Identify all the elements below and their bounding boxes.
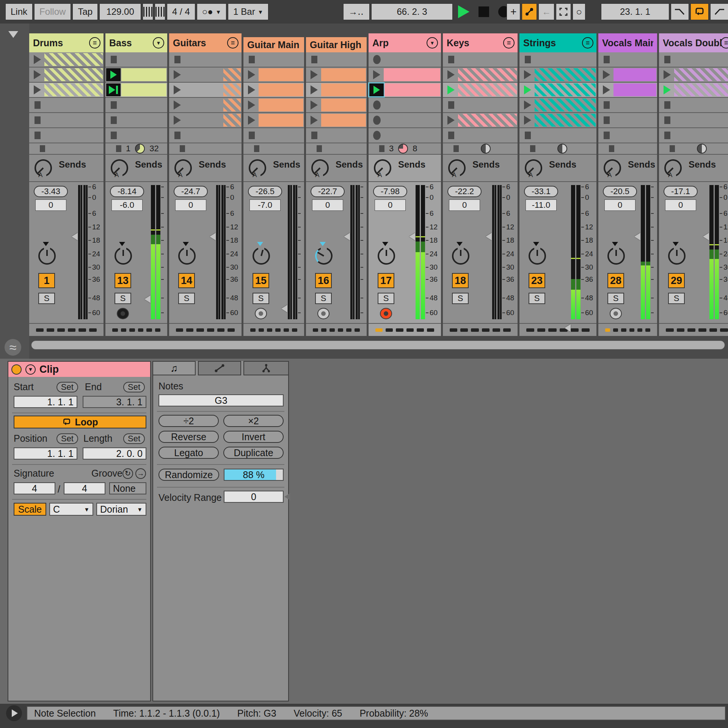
clip-play-button[interactable] — [603, 70, 610, 79]
clip-stop-button[interactable] — [249, 56, 255, 63]
randomize-button[interactable]: Randomize — [158, 469, 219, 481]
volume-fader-handle[interactable] — [565, 324, 571, 332]
peak-level-display[interactable]: -7.98 — [373, 186, 407, 197]
clip[interactable] — [458, 68, 517, 81]
clip-stop-button[interactable] — [249, 132, 255, 139]
volume-field[interactable]: -7.0 — [249, 199, 281, 211]
volume-fader-handle[interactable] — [634, 233, 640, 240]
pan-knob[interactable] — [253, 247, 270, 265]
clip-stop-button[interactable] — [664, 56, 670, 63]
clip-record-slot-button[interactable] — [373, 55, 381, 64]
peak-level-display[interactable]: -33.1 — [524, 186, 558, 197]
clip-slot[interactable] — [598, 98, 657, 113]
clip-play-button[interactable] — [248, 116, 255, 125]
clip-play-button[interactable] — [664, 70, 671, 79]
clip-slot[interactable] — [659, 128, 728, 143]
clip[interactable] — [535, 99, 596, 111]
clip-slot[interactable] — [243, 83, 304, 98]
clip-slot[interactable] — [169, 98, 242, 113]
session-horizontal-scrollbar[interactable] — [31, 340, 725, 350]
clip-stop-button[interactable] — [604, 132, 610, 139]
clip[interactable] — [44, 83, 103, 96]
clip-slot[interactable] — [243, 67, 304, 83]
clip-stop-button[interactable] — [111, 56, 117, 63]
peak-level-display[interactable]: -22.7 — [311, 186, 345, 197]
clip-stop-button[interactable] — [311, 56, 317, 63]
clip[interactable] — [384, 83, 440, 96]
clip-stop-all-row[interactable]: 132 — [105, 143, 167, 154]
clip-stop-button[interactable] — [664, 116, 670, 124]
volume-field[interactable]: 0 — [665, 199, 696, 211]
clip-slot[interactable] — [369, 98, 441, 113]
clip-play-button[interactable] — [311, 100, 318, 110]
clip-stop-button[interactable] — [604, 116, 610, 124]
clip-playing-button[interactable] — [106, 83, 121, 96]
volume-field[interactable]: 0 — [449, 199, 480, 211]
solo-button[interactable]: S — [607, 293, 624, 304]
crossfade-assign-row[interactable] — [169, 323, 242, 336]
clip-stop-all-row[interactable] — [169, 143, 242, 154]
punch-out-button[interactable] — [710, 3, 728, 20]
clip-play-button[interactable] — [311, 70, 318, 79]
track-header-fold-icon[interactable]: ▼ — [153, 37, 164, 49]
send-a-knob[interactable] — [111, 159, 128, 177]
track-header-menu-icon[interactable]: ≡ — [89, 37, 100, 49]
arm-button[interactable] — [255, 308, 267, 319]
send-a-knob[interactable] — [249, 159, 266, 177]
clip-play-button[interactable] — [174, 116, 181, 125]
signature-numerator-field[interactable]: 4 — [14, 482, 55, 494]
clip-slot[interactable] — [443, 128, 518, 143]
stop-all-button[interactable] — [40, 145, 45, 152]
pan-knob[interactable] — [607, 247, 625, 265]
capture-selection-button[interactable] — [556, 3, 571, 20]
clip-activator-button[interactable] — [11, 364, 22, 375]
clip-stop-button[interactable] — [525, 132, 531, 139]
clip-slot[interactable] — [443, 98, 518, 113]
clip-slot[interactable] — [306, 128, 367, 143]
send-a-knob[interactable] — [311, 159, 329, 177]
peak-level-display[interactable]: -26.5 — [248, 186, 282, 197]
clip-play-button[interactable] — [248, 85, 255, 94]
track-header[interactable]: Vocals Doubl≡ — [659, 33, 728, 52]
clip[interactable] — [384, 68, 440, 81]
clip-play-button[interactable] — [373, 70, 380, 79]
track-number-badge[interactable]: 18 — [452, 273, 469, 288]
clip-play-button[interactable] — [34, 70, 41, 79]
tool-button-2[interactable]: ÷2 — [158, 415, 219, 427]
crossfade-assign-row[interactable] — [29, 323, 104, 336]
send-a-knob[interactable] — [604, 159, 621, 177]
clip-slot[interactable] — [519, 98, 596, 113]
track-number-badge[interactable]: 17 — [378, 273, 394, 288]
clip-stop-button[interactable] — [311, 132, 317, 139]
clip-slot[interactable] — [306, 67, 367, 83]
clip[interactable] — [321, 114, 366, 127]
track-header[interactable]: Bass▼ — [105, 33, 167, 52]
clip-start-field[interactable]: 1. 1. 1 — [14, 396, 77, 408]
clip[interactable] — [321, 68, 366, 81]
track-header[interactable]: Drums≡ — [29, 33, 104, 52]
track-number-badge[interactable]: 14 — [178, 273, 195, 288]
volume-field[interactable]: -11.0 — [526, 199, 557, 211]
clip-slot[interactable] — [659, 52, 728, 67]
loop-button[interactable] — [690, 3, 709, 20]
loop-start-field[interactable]: 23. 1. 1 — [601, 3, 669, 20]
clip[interactable] — [259, 68, 303, 81]
clip-slot[interactable] — [369, 113, 441, 128]
clip-end-field[interactable]: 3. 1. 1 — [83, 396, 146, 408]
crossfade-assign-row[interactable] — [659, 323, 728, 336]
volume-field[interactable]: -6.0 — [111, 199, 143, 211]
stop-all-button[interactable] — [180, 145, 185, 152]
clip-slot[interactable] — [659, 113, 728, 128]
clip-stop-button[interactable] — [111, 132, 117, 139]
peak-level-display[interactable]: -22.2 — [447, 186, 482, 197]
nudge-up-icon[interactable] — [155, 3, 165, 20]
clip-stop-all-row[interactable] — [243, 143, 304, 154]
track-header[interactable]: Keys≡ — [443, 33, 518, 52]
clip-slot[interactable] — [29, 67, 104, 83]
tap-button[interactable]: Tap — [72, 3, 98, 20]
clip-slot[interactable] — [243, 98, 304, 113]
volume-field[interactable]: 0 — [312, 199, 343, 211]
clip-stop-button[interactable] — [604, 101, 610, 109]
clip-stop-button[interactable] — [111, 101, 117, 109]
solo-button[interactable]: S — [315, 293, 332, 304]
